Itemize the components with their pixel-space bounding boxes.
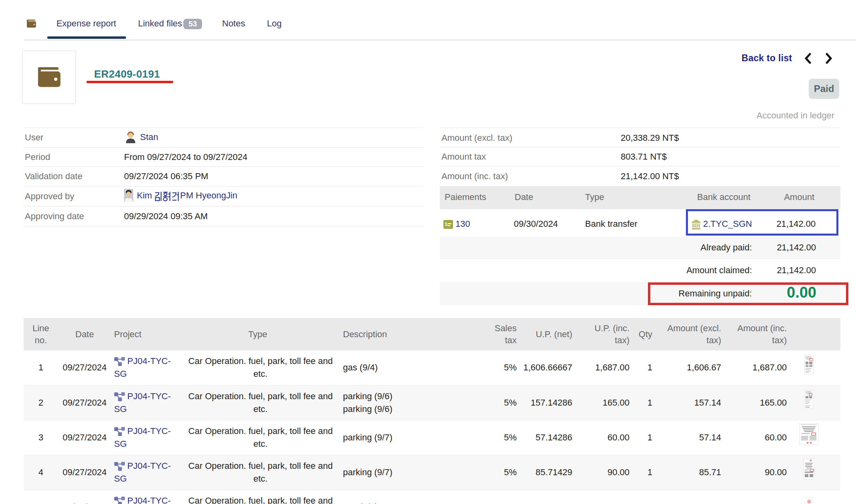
svg-text:$: $ [445, 222, 448, 227]
